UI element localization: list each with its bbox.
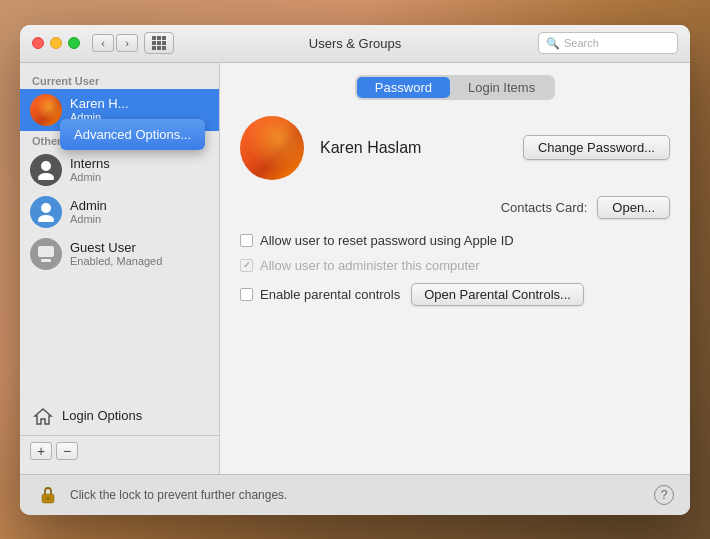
svg-point-2: [41, 203, 51, 213]
sidebar: Current User Karen H... Admin Advanced O…: [20, 63, 220, 474]
lock-svg: [37, 484, 59, 506]
bottom-bar: Click the lock to prevent further change…: [20, 474, 690, 515]
user-item-admin[interactable]: Admin Admin: [20, 191, 219, 233]
user-info-guest: Guest User Enabled, Managed: [70, 240, 209, 267]
grid-icon: [152, 36, 166, 50]
current-user-label: Current User: [20, 71, 219, 89]
main-panel: Password Login Items Karen Haslam Change…: [220, 63, 690, 474]
svg-marker-6: [35, 409, 51, 424]
maximize-button[interactable]: [68, 37, 80, 49]
remove-user-button[interactable]: −: [56, 442, 78, 460]
user-name-interns: Interns: [70, 156, 209, 171]
avatar-karen: [30, 94, 62, 126]
back-button[interactable]: ‹: [92, 34, 114, 52]
contacts-row: Contacts Card: Open...: [240, 196, 670, 219]
open-parental-controls-button[interactable]: Open Parental Controls...: [411, 283, 584, 306]
minimize-button[interactable]: [50, 37, 62, 49]
person-icon-admin: [36, 202, 56, 222]
user-info-admin: Admin Admin: [70, 198, 209, 225]
lock-icon[interactable]: [36, 483, 60, 507]
user-name-karen: Karen H...: [70, 96, 209, 111]
change-password-button[interactable]: Change Password...: [523, 135, 670, 160]
svg-point-3: [38, 215, 54, 222]
contacts-label: Contacts Card:: [501, 200, 588, 215]
help-button[interactable]: ?: [654, 485, 674, 505]
close-button[interactable]: [32, 37, 44, 49]
grid-button[interactable]: [144, 32, 174, 54]
sidebar-bottom: + −: [20, 435, 219, 466]
login-options-label: Login Options: [62, 408, 142, 423]
tab-group: Password Login Items: [355, 75, 555, 100]
user-role-interns: Admin: [70, 171, 209, 183]
parental-controls-label: Enable parental controls: [260, 287, 400, 302]
login-options-item[interactable]: Login Options: [20, 397, 219, 435]
search-box[interactable]: 🔍 Search: [538, 32, 678, 54]
user-header: Karen Haslam Change Password...: [240, 116, 670, 180]
nav-buttons: ‹ ›: [92, 34, 138, 52]
user-item-interns[interactable]: Interns Admin: [20, 149, 219, 191]
search-placeholder: Search: [564, 37, 599, 49]
titlebar: ‹ › Users & Groups 🔍 Search: [20, 25, 690, 63]
user-name-admin: Admin: [70, 198, 209, 213]
settings-area: Contacts Card: Open... Allow user to res…: [240, 196, 670, 462]
administer-checkbox[interactable]: [240, 259, 253, 272]
svg-rect-8: [47, 497, 50, 500]
main-avatar-karen: [240, 116, 304, 180]
traffic-lights: [32, 37, 80, 49]
main-user-name: Karen Haslam: [320, 139, 523, 157]
window-title: Users & Groups: [309, 36, 401, 51]
house-icon: [32, 405, 54, 427]
user-role-guest: Enabled, Managed: [70, 255, 209, 267]
window: ‹ › Users & Groups 🔍 Search Current User: [20, 25, 690, 515]
person-icon: [36, 160, 56, 180]
search-icon: 🔍: [546, 37, 560, 50]
user-role-admin: Admin: [70, 213, 209, 225]
context-menu[interactable]: Advanced Options...: [60, 119, 205, 150]
reset-password-checkbox[interactable]: [240, 234, 253, 247]
tab-password[interactable]: Password: [357, 77, 450, 98]
lock-text: Click the lock to prevent further change…: [70, 488, 644, 502]
open-contacts-button[interactable]: Open...: [597, 196, 670, 219]
reset-password-row: Allow user to reset password using Apple…: [240, 233, 670, 248]
svg-point-1: [38, 173, 54, 180]
parental-controls-checkbox[interactable]: [240, 288, 253, 301]
parental-row: Enable parental controls Open Parental C…: [240, 283, 670, 306]
avatar-guest: [30, 238, 62, 270]
user-item-karen[interactable]: Karen H... Admin Advanced Options...: [20, 89, 219, 131]
avatar-admin: [30, 196, 62, 228]
administer-label: Allow user to administer this computer: [260, 258, 480, 273]
content: Current User Karen H... Admin Advanced O…: [20, 63, 690, 474]
svg-rect-4: [38, 246, 54, 257]
guest-icon: [35, 243, 57, 265]
forward-button[interactable]: ›: [116, 34, 138, 52]
tab-bar: Password Login Items: [240, 75, 670, 100]
svg-point-0: [41, 161, 51, 171]
tab-login-items[interactable]: Login Items: [450, 77, 553, 98]
home-svg: [33, 406, 53, 426]
svg-rect-5: [41, 259, 51, 262]
advanced-options-item[interactable]: Advanced Options...: [74, 125, 191, 144]
add-user-button[interactable]: +: [30, 442, 52, 460]
user-name-guest: Guest User: [70, 240, 209, 255]
user-info-interns: Interns Admin: [70, 156, 209, 183]
user-item-guest[interactable]: Guest User Enabled, Managed: [20, 233, 219, 275]
avatar-interns: [30, 154, 62, 186]
reset-password-label: Allow user to reset password using Apple…: [260, 233, 514, 248]
administer-row: Allow user to administer this computer: [240, 258, 670, 273]
